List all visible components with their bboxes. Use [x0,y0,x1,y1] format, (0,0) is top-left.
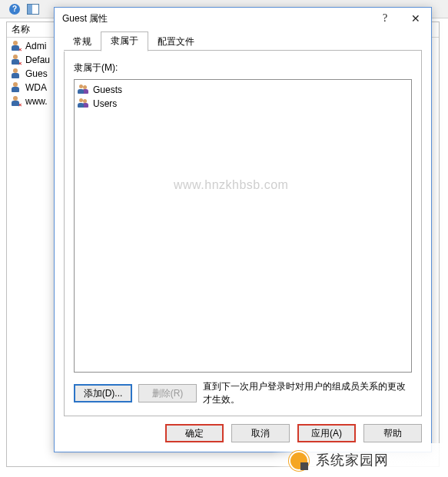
list-item-label: www. [25,96,48,107]
cancel-button[interactable]: 取消 [231,424,290,442]
dialog-close-button[interactable]: ✕ [400,8,431,29]
apply-button[interactable]: 应用(A) [297,424,356,442]
layout-icon [27,4,39,15]
dialog-titlebar[interactable]: Guest 属性 ? ✕ [55,8,431,29]
user-disabled-icon: × [10,40,22,52]
dialog-help-button[interactable]: ? [370,8,400,29]
toolbar-layout-button[interactable] [25,2,41,17]
dialog-title: Guest 属性 [62,12,108,25]
list-item-label: Guests [93,84,122,95]
membership-hint: 直到下一次用户登录时对用户的组成员关系的更改才生效。 [203,380,412,406]
remove-button: 删除(R) [138,384,197,402]
properties-dialog: Guest 属性 ? ✕ 常规 隶属于 配置文件 隶属于(M): Guests … [54,7,432,452]
list-item-label: Defau [25,55,50,65]
list-item-label: WDA [25,82,47,93]
list-item-label: Users [93,98,117,109]
member-of-label: 隶属于(M): [74,61,412,75]
list-item[interactable]: Users [78,97,408,111]
site-logo-banner: 系统家园网 [271,443,448,477]
group-icon [78,98,90,110]
add-button[interactable]: 添加(D)... [74,384,132,402]
dialog-tabs: 常规 隶属于 配置文件 [64,32,422,51]
user-icon [10,68,22,80]
logo-icon [287,449,310,472]
list-item[interactable]: Guests [78,83,408,97]
tab-panel-member-of: 隶属于(M): Guests Users 添加(D)... 删除(R) 直到下一… [64,51,422,416]
list-item-label: Gues [25,68,48,79]
group-icon [78,84,90,96]
toolbar-help-button[interactable]: ? [6,2,23,17]
tab-general[interactable]: 常规 [64,33,101,51]
user-disabled-icon: × [10,54,22,66]
ok-button[interactable]: 确定 [165,424,224,442]
help-icon: ? [9,4,20,15]
user-disabled-icon: × [10,95,22,108]
member-of-list[interactable]: Guests Users [74,79,412,373]
tab-member-of[interactable]: 隶属于 [101,31,148,51]
help-button[interactable]: 帮助 [363,424,422,442]
list-item-label: Admi [25,41,46,51]
logo-text: 系统家园网 [316,451,389,469]
tab-profile[interactable]: 配置文件 [148,33,204,51]
user-icon [10,81,22,94]
